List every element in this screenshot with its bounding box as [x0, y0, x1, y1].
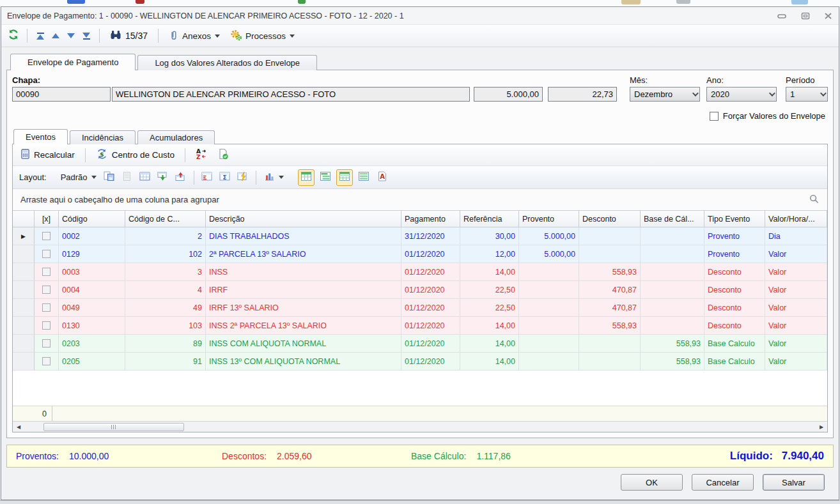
view-toggle-3[interactable]	[336, 169, 353, 186]
column-header[interactable]: Tipo Evento	[704, 211, 765, 227]
main-tab-1[interactable]: Log dos Valores Alterados do Envelope	[137, 55, 317, 70]
scroll-right-arrow[interactable]: ▶	[816, 422, 827, 432]
processos-label: Processos	[245, 31, 286, 41]
table-row[interactable]: 004949IRRF 13º SALARIO01/12/202022,50470…	[13, 299, 827, 317]
search-records-button[interactable]: 15/37	[107, 28, 150, 43]
dialog-content: Envelope de PagamentoLog dos Valores Alt…	[1, 47, 839, 500]
processos-button[interactable]: Processos	[228, 28, 297, 44]
cancelar-button[interactable]: Cancelar	[692, 474, 754, 491]
salary-field[interactable]: 5.000,00	[474, 87, 543, 102]
row-indicator	[13, 353, 35, 370]
scrollbar-thumb[interactable]	[43, 423, 184, 431]
column-header[interactable]: Código	[59, 211, 125, 227]
checkbox-cell[interactable]	[35, 263, 59, 281]
sub-tab-1[interactable]: Incidências	[70, 130, 136, 144]
table-row[interactable]: 00033INSS01/12/202014,00558,93DescontoVa…	[13, 263, 827, 281]
employee-field[interactable]: WELLINGTON DE ALENCAR PRIMEIRO ACESSO - …	[112, 87, 470, 102]
checkbox-cell[interactable]	[35, 227, 59, 245]
search-icon[interactable]	[809, 194, 820, 206]
column-header[interactable]: Pagamento	[401, 211, 460, 227]
row-checkbox[interactable]	[42, 232, 51, 240]
forcar-valores-checkbox[interactable]	[710, 112, 719, 121]
chevron-down-icon	[215, 34, 220, 38]
table-row[interactable]: 020591INSS 13º COM ALIQUOTA NORMAL01/12/…	[13, 353, 827, 370]
table-row[interactable]: ▶00022DIAS TRABALHADOS31/12/202030,005.0…	[13, 227, 827, 245]
font-button[interactable]: A	[375, 170, 390, 185]
refresh-button[interactable]	[8, 29, 19, 43]
centro-de-custo-button[interactable]: $ Centro de Custo	[93, 147, 177, 163]
cell: Desconto	[704, 281, 765, 299]
row-checkbox[interactable]	[42, 268, 51, 276]
checkbox-cell[interactable]	[35, 335, 59, 353]
cell: Base Calculo	[704, 353, 765, 370]
nav-prev-button[interactable]	[51, 33, 61, 38]
sum-button[interactable]: Σ	[217, 170, 233, 185]
layout-padrao-select[interactable]: Padrão	[58, 171, 99, 183]
ano-select[interactable]: 2020	[706, 87, 777, 102]
view-toggle-1[interactable]	[298, 169, 315, 186]
salvar-button[interactable]: Salvar	[763, 474, 825, 491]
periodo-label: Período	[786, 75, 828, 85]
row-checkbox[interactable]	[42, 321, 51, 330]
maximize-button[interactable]	[801, 12, 810, 20]
column-header[interactable]: Base de Cál...	[641, 211, 704, 227]
checkbox-cell[interactable]	[35, 299, 59, 317]
periodo-select[interactable]: 1	[786, 87, 828, 102]
anexos-button[interactable]: Anexos	[166, 28, 222, 44]
row-checkbox[interactable]	[42, 286, 51, 294]
checkbox-cell[interactable]	[35, 245, 59, 263]
recalcular-button[interactable]: Recalcular	[18, 147, 77, 163]
nav-last-button[interactable]	[81, 33, 91, 40]
rate-field[interactable]: 22,73	[548, 87, 617, 102]
validate-button[interactable]	[215, 147, 231, 163]
row-indicator	[13, 263, 35, 281]
conditional-format-icon	[201, 171, 212, 183]
save-layout-button[interactable]	[102, 170, 117, 185]
checkbox-cell[interactable]	[35, 281, 59, 299]
nav-first-button[interactable]	[35, 33, 45, 40]
view-toggle-2[interactable]	[317, 169, 334, 186]
export-layout-button[interactable]	[173, 170, 189, 185]
column-header[interactable]: Valor/Hora/...	[765, 211, 827, 227]
row-checkbox[interactable]	[42, 357, 51, 365]
column-header[interactable]: [x]	[35, 211, 59, 227]
ok-button[interactable]: OK	[621, 474, 683, 491]
cell	[641, 317, 704, 335]
close-button[interactable]	[824, 12, 832, 20]
mes-select[interactable]: Dezembro	[630, 87, 700, 102]
table-row[interactable]: 00044IRRF01/12/202022,50470,87DescontoVa…	[13, 281, 827, 299]
main-tab-0[interactable]: Envelope de Pagamento	[10, 54, 136, 70]
row-checkbox[interactable]	[42, 250, 51, 258]
group-by-bar[interactable]: Arraste aqui o cabeçalho de uma coluna p…	[13, 189, 827, 211]
checkbox-cell[interactable]	[35, 317, 59, 335]
nav-next-button[interactable]	[66, 33, 76, 38]
sort-az-button[interactable]: AZ	[193, 147, 210, 163]
table-layout-button[interactable]	[137, 170, 153, 185]
delete-layout-button[interactable]	[120, 170, 135, 185]
view-toggle-4[interactable]	[355, 169, 372, 186]
column-header[interactable]: Descrição	[206, 211, 401, 227]
chart-button[interactable]	[261, 170, 286, 185]
sub-tab-2[interactable]: Acumuladores	[137, 130, 215, 144]
minimize-button[interactable]	[777, 12, 787, 20]
column-header[interactable]: Referência	[460, 211, 519, 227]
column-header[interactable]: Código de C...	[125, 211, 206, 227]
scroll-left-arrow[interactable]: ◀	[13, 422, 24, 432]
chapa-field[interactable]: 00090	[12, 87, 111, 102]
cell: 01/12/2020	[401, 299, 460, 317]
table-row[interactable]: 0130103INSS 2ª PARCELA 13º SALARIO01/12/…	[13, 317, 827, 335]
toolbar-separator	[185, 148, 185, 162]
checkbox-cell[interactable]	[35, 353, 59, 370]
conditional-format-button[interactable]	[199, 170, 215, 185]
row-checkbox[interactable]	[42, 303, 51, 312]
flash-format-button[interactable]	[235, 170, 251, 185]
table-row[interactable]: 01291022ª PARCELA 13º SALARIO01/12/20201…	[13, 245, 827, 263]
import-layout-button[interactable]	[155, 170, 171, 185]
nav-first-icon	[37, 33, 44, 34]
horizontal-scrollbar[interactable]: ◀ ▶	[13, 421, 827, 432]
column-header[interactable]: Provento	[519, 211, 579, 227]
table-row[interactable]: 020389INSS COM ALIQUOTA NORMAL01/12/2020…	[13, 335, 827, 353]
sub-tab-0[interactable]: Eventos	[13, 129, 68, 144]
column-header[interactable]: Desconto	[579, 211, 641, 227]
row-checkbox[interactable]	[42, 339, 51, 347]
